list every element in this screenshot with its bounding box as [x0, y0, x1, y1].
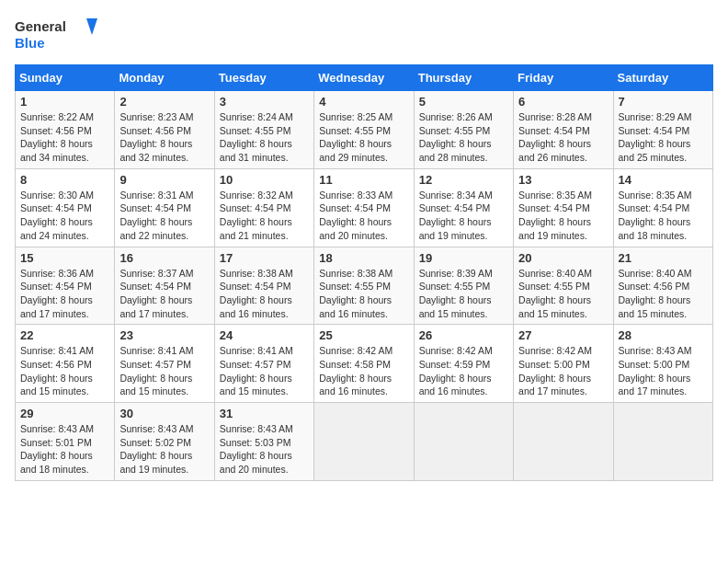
- day-info: Sunrise: 8:43 AMSunset: 5:02 PMDaylight:…: [119, 422, 209, 477]
- calendar-cell: 8 Sunrise: 8:30 AMSunset: 4:54 PMDayligh…: [16, 168, 115, 247]
- svg-text:Blue: Blue: [15, 35, 45, 51]
- weekday-header: Thursday: [414, 65, 513, 91]
- day-number: 17: [220, 251, 309, 265]
- day-info: Sunrise: 8:38 AMSunset: 4:55 PMDaylight:…: [319, 267, 408, 321]
- calendar-cell: 14 Sunrise: 8:35 AMSunset: 4:54 PMDaylig…: [613, 168, 712, 247]
- calendar-cell: 28 Sunrise: 8:43 AMSunset: 5:00 PMDaylig…: [613, 325, 712, 403]
- day-number: 15: [20, 251, 109, 265]
- day-number: 20: [518, 251, 608, 265]
- calendar-cell: [314, 403, 414, 481]
- day-number: 11: [319, 173, 408, 187]
- day-number: 22: [20, 328, 109, 342]
- calendar-cell: 13 Sunrise: 8:35 AMSunset: 4:54 PMDaylig…: [514, 168, 613, 247]
- day-info: Sunrise: 8:35 AMSunset: 4:54 PMDaylight:…: [518, 189, 608, 243]
- calendar-cell: 29 Sunrise: 8:43 AMSunset: 5:01 PMDaylig…: [16, 403, 115, 481]
- day-number: 6: [518, 95, 608, 109]
- day-info: Sunrise: 8:37 AMSunset: 4:54 PMDaylight:…: [119, 267, 209, 321]
- calendar-cell: 30 Sunrise: 8:43 AMSunset: 5:02 PMDaylig…: [115, 403, 214, 481]
- day-info: Sunrise: 8:22 AMSunset: 4:56 PMDaylight:…: [20, 110, 109, 165]
- day-number: 21: [619, 251, 708, 265]
- calendar-cell: 31 Sunrise: 8:43 AMSunset: 5:03 PMDaylig…: [214, 403, 313, 481]
- svg-text:General: General: [15, 18, 66, 34]
- day-info: Sunrise: 8:33 AMSunset: 4:54 PMDaylight:…: [319, 189, 408, 243]
- day-info: Sunrise: 8:40 AMSunset: 4:56 PMDaylight:…: [619, 267, 708, 321]
- calendar-cell: 6 Sunrise: 8:28 AMSunset: 4:54 PMDayligh…: [514, 91, 613, 169]
- day-number: 19: [419, 251, 508, 265]
- calendar-cell: 3 Sunrise: 8:24 AMSunset: 4:55 PMDayligh…: [214, 91, 313, 169]
- day-info: Sunrise: 8:41 AMSunset: 4:57 PMDaylight:…: [220, 344, 309, 398]
- calendar-cell: [414, 403, 513, 481]
- calendar-cell: 7 Sunrise: 8:29 AMSunset: 4:54 PMDayligh…: [613, 91, 712, 169]
- day-number: 1: [20, 95, 109, 109]
- weekday-header: Monday: [115, 65, 214, 91]
- day-info: Sunrise: 8:39 AMSunset: 4:55 PMDaylight:…: [419, 267, 508, 321]
- day-info: Sunrise: 8:42 AMSunset: 5:00 PMDaylight:…: [518, 344, 608, 398]
- day-number: 24: [220, 328, 309, 342]
- calendar-cell: 24 Sunrise: 8:41 AMSunset: 4:57 PMDaylig…: [214, 325, 313, 403]
- page-header: General Blue: [15, 15, 713, 53]
- day-number: 26: [419, 328, 508, 342]
- day-info: Sunrise: 8:30 AMSunset: 4:54 PMDaylight:…: [20, 189, 109, 243]
- day-number: 9: [119, 173, 209, 187]
- weekday-header: Tuesday: [214, 65, 313, 91]
- svg-marker-2: [86, 18, 97, 35]
- day-number: 25: [319, 328, 408, 342]
- day-info: Sunrise: 8:43 AMSunset: 5:00 PMDaylight:…: [619, 344, 708, 398]
- day-number: 2: [119, 95, 209, 109]
- calendar-cell: 23 Sunrise: 8:41 AMSunset: 4:57 PMDaylig…: [115, 325, 214, 403]
- day-info: Sunrise: 8:34 AMSunset: 4:54 PMDaylight:…: [419, 189, 508, 243]
- calendar-cell: 21 Sunrise: 8:40 AMSunset: 4:56 PMDaylig…: [613, 247, 712, 325]
- day-info: Sunrise: 8:26 AMSunset: 4:55 PMDaylight:…: [419, 110, 508, 165]
- day-number: 7: [619, 95, 708, 109]
- calendar-cell: [613, 403, 712, 481]
- day-number: 10: [220, 173, 309, 187]
- day-info: Sunrise: 8:28 AMSunset: 4:54 PMDaylight:…: [518, 110, 608, 165]
- calendar-cell: 17 Sunrise: 8:38 AMSunset: 4:54 PMDaylig…: [214, 247, 313, 325]
- calendar-cell: 12 Sunrise: 8:34 AMSunset: 4:54 PMDaylig…: [414, 168, 513, 247]
- day-info: Sunrise: 8:42 AMSunset: 4:58 PMDaylight:…: [319, 344, 408, 398]
- calendar-cell: 10 Sunrise: 8:32 AMSunset: 4:54 PMDaylig…: [214, 168, 313, 247]
- day-info: Sunrise: 8:32 AMSunset: 4:54 PMDaylight:…: [220, 189, 309, 243]
- day-info: Sunrise: 8:31 AMSunset: 4:54 PMDaylight:…: [119, 189, 209, 243]
- weekday-header: Sunday: [16, 65, 115, 91]
- day-number: 13: [518, 173, 608, 187]
- calendar-cell: 11 Sunrise: 8:33 AMSunset: 4:54 PMDaylig…: [314, 168, 414, 247]
- calendar-cell: 1 Sunrise: 8:22 AMSunset: 4:56 PMDayligh…: [16, 91, 115, 169]
- day-info: Sunrise: 8:29 AMSunset: 4:54 PMDaylight:…: [619, 110, 708, 165]
- day-info: Sunrise: 8:43 AMSunset: 5:03 PMDaylight:…: [220, 422, 309, 477]
- day-number: 23: [119, 328, 209, 342]
- calendar-cell: 26 Sunrise: 8:42 AMSunset: 4:59 PMDaylig…: [414, 325, 513, 403]
- day-number: 27: [518, 328, 608, 342]
- day-number: 3: [220, 95, 309, 109]
- day-info: Sunrise: 8:25 AMSunset: 4:55 PMDaylight:…: [319, 110, 408, 165]
- day-info: Sunrise: 8:23 AMSunset: 4:56 PMDaylight:…: [119, 110, 209, 165]
- day-number: 4: [319, 95, 408, 109]
- calendar-cell: 15 Sunrise: 8:36 AMSunset: 4:54 PMDaylig…: [16, 247, 115, 325]
- day-info: Sunrise: 8:38 AMSunset: 4:54 PMDaylight:…: [220, 267, 309, 321]
- day-info: Sunrise: 8:41 AMSunset: 4:56 PMDaylight:…: [20, 344, 109, 398]
- weekday-header: Saturday: [613, 65, 712, 91]
- logo-svg: General Blue: [15, 15, 97, 53]
- day-info: Sunrise: 8:24 AMSunset: 4:55 PMDaylight:…: [220, 110, 309, 165]
- calendar-cell: [514, 403, 613, 481]
- day-number: 31: [220, 407, 309, 420]
- day-number: 18: [319, 251, 408, 265]
- day-number: 5: [419, 95, 508, 109]
- day-info: Sunrise: 8:36 AMSunset: 4:54 PMDaylight:…: [20, 267, 109, 321]
- calendar-cell: 19 Sunrise: 8:39 AMSunset: 4:55 PMDaylig…: [414, 247, 513, 325]
- weekday-header: Wednesday: [314, 65, 414, 91]
- day-info: Sunrise: 8:41 AMSunset: 4:57 PMDaylight:…: [119, 344, 209, 398]
- day-info: Sunrise: 8:42 AMSunset: 4:59 PMDaylight:…: [419, 344, 508, 398]
- day-number: 8: [20, 173, 109, 187]
- calendar-cell: 20 Sunrise: 8:40 AMSunset: 4:55 PMDaylig…: [514, 247, 613, 325]
- day-number: 30: [119, 407, 209, 420]
- day-number: 14: [619, 173, 708, 187]
- calendar-cell: 22 Sunrise: 8:41 AMSunset: 4:56 PMDaylig…: [16, 325, 115, 403]
- day-number: 12: [419, 173, 508, 187]
- day-info: Sunrise: 8:35 AMSunset: 4:54 PMDaylight:…: [619, 189, 708, 243]
- calendar-cell: 18 Sunrise: 8:38 AMSunset: 4:55 PMDaylig…: [314, 247, 414, 325]
- day-number: 28: [619, 328, 708, 342]
- calendar-cell: 9 Sunrise: 8:31 AMSunset: 4:54 PMDayligh…: [115, 168, 214, 247]
- calendar-cell: 25 Sunrise: 8:42 AMSunset: 4:58 PMDaylig…: [314, 325, 414, 403]
- calendar-cell: 4 Sunrise: 8:25 AMSunset: 4:55 PMDayligh…: [314, 91, 414, 169]
